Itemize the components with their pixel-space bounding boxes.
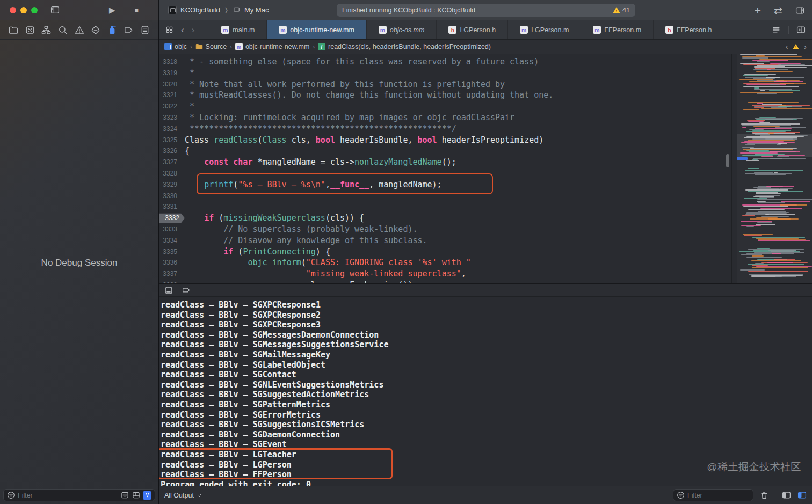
console-line: readClass — BBlv — SGXPCResponse1 [161,300,388,310]
line-number[interactable]: 3327 [159,157,185,168]
line-number[interactable]: 3318 [159,56,185,68]
tab-objc-runtime-new.mm[interactable]: mobjc-runtime-new.mm [266,20,366,39]
toggle-navigator-icon[interactable] [50,5,60,14]
line-number[interactable]: 3338 [159,280,185,283]
filter-option-icon-2[interactable] [132,491,140,500]
tab-FFPerson.h[interactable]: hFFPerson.h [653,20,723,39]
line-number[interactable]: 3324 [159,123,185,135]
line-number[interactable]: 3321 [159,90,185,101]
line-number[interactable]: 3325 [159,135,185,146]
tab-LGPerson.h[interactable]: hLGPerson.h [436,20,508,39]
watermark: @稀土掘金技术社区 [707,460,801,474]
minimap[interactable] [737,54,812,283]
debug-navigator-icon[interactable] [106,24,118,36]
minimize-window-button[interactable] [20,7,27,13]
line-number[interactable]: 3326 [159,145,185,157]
line-number[interactable]: 3329 [159,179,185,191]
activity-status[interactable]: Finished running KCObjcBuild : KCObjcBui… [337,4,635,17]
filter-option-icon-1[interactable] [120,491,129,500]
tab-LGPerson.m[interactable]: mLGPerson.m [508,20,581,39]
breadcrumb-label: objc-runtime-new.mm [245,43,309,50]
issue-warning-icon[interactable]: ! [793,44,799,49]
file-icon-m: m [279,26,287,34]
source-control-navigator-icon[interactable] [24,24,36,36]
show-variables-view-icon[interactable] [782,491,791,500]
debug-area-bar [159,283,812,297]
code-text: * Locking: runtimeLock acquired by map_i… [185,112,731,123]
code-text: * mustReadClasses(). Do not change this … [185,90,731,101]
line-number[interactable]: 3337 [159,268,185,280]
line-number[interactable]: 3322 [159,101,185,112]
console-line: readClass — BBlv — SGXPCResponse3 [161,320,388,330]
filter-icon [7,491,15,499]
line-number[interactable]: 3328 [159,168,185,179]
tests-navigator-icon[interactable] [90,24,102,36]
run-button[interactable]: ▶ [109,6,115,14]
forward-icon[interactable]: › [192,25,195,34]
breadcrumb-item-Source[interactable]: Source [195,43,227,50]
editor-options-icon[interactable] [772,25,781,34]
code-line-3318: 3318 * - something else (space for this … [159,56,731,68]
tab-label: objc-runtime-new.mm [290,26,354,34]
code-text: ****************************************… [185,123,731,135]
project-icon [164,43,172,50]
console-line: readClass — BBlv — SGNLEventSuggestionsM… [161,380,388,390]
tab-objc-os.mm[interactable]: mobjc-os.mm [366,20,437,39]
line-number[interactable]: 3323 [159,112,185,123]
clear-console-icon[interactable] [760,491,769,500]
code-line-3329: 3329 printf("%s — BBlv — %s\n",__func__,… [159,179,731,191]
tab-FFPerson.m[interactable]: mFFPerson.m [581,20,653,39]
swap-editors-icon[interactable]: ⇄ [774,5,782,16]
code-line-3321: 3321 * mustReadClasses(). Do not change … [159,90,731,101]
source-editor[interactable]: 3318 * - something else (space for this … [159,54,812,283]
stop-button[interactable]: ■ [135,7,139,13]
console-filter-input[interactable]: Filter [673,489,753,501]
next-issue-icon[interactable]: › [804,42,807,51]
editor-scrollbar[interactable] [726,154,729,167]
related-items-icon[interactable] [165,26,173,34]
console-tag-icon[interactable] [182,286,191,295]
line-number[interactable]: 3333 [159,224,185,235]
warning-count-badge[interactable]: ! 41 [613,6,630,14]
filter-option-icon-3[interactable] [143,491,151,500]
line-number[interactable]: 3319 [159,68,185,79]
symbols-navigator-icon[interactable] [40,24,52,36]
close-window-button[interactable] [10,7,16,13]
line-number[interactable]: 3336 [159,257,185,268]
code-text [185,168,731,179]
tab-label: main.m [233,26,255,34]
previous-issue-icon[interactable]: ‹ [786,42,788,51]
inspector-toggle-icon[interactable] [795,6,804,15]
project-navigator-icon[interactable] [8,24,19,36]
tab-main.m[interactable]: mmain.m [209,20,266,39]
console-scope-select[interactable]: All Output [164,492,203,499]
back-icon[interactable]: ‹ [181,25,184,34]
split-editor-icon[interactable] [796,25,806,34]
breadcrumb-item-objc-runtime-new.mm[interactable]: mobjc-runtime-new.mm [235,43,309,50]
find-navigator-icon[interactable] [57,24,69,36]
line-number[interactable]: 3335 [159,246,185,258]
reports-navigator-icon[interactable] [139,24,151,36]
code-text: // No superclass (probably weak-linked). [185,224,731,235]
code-text: * Note that all work performed by this f… [185,79,731,90]
line-number[interactable]: 3334 [159,235,185,246]
file-icon-h: h [665,26,673,34]
scheme-selector[interactable]: KCObjcBuild ❭ My Mac [168,6,269,14]
console-output[interactable]: readClass — BBlv — SGXPCResponse1readCla… [159,297,812,486]
line-number[interactable]: 3320 [159,79,185,90]
breakpoint-marker[interactable]: 3332 [159,213,185,224]
breadcrumb-item-objc[interactable]: objc [164,43,187,50]
issues-navigator-icon[interactable] [74,24,85,36]
show-console-view-icon[interactable] [798,491,807,500]
toggle-console-icon[interactable] [164,286,173,295]
zoom-window-button[interactable] [31,7,38,13]
tab-bar-leading: ‹ › [159,20,209,39]
code-line-3324: 3324 ***********************************… [159,123,731,135]
line-number[interactable]: 3331 [159,201,185,213]
breakpoints-navigator-icon[interactable] [122,24,134,36]
navigator-filter-input[interactable]: Filter [3,489,155,501]
add-editor-icon[interactable]: + [755,5,761,16]
line-number[interactable]: 3330 [159,191,185,202]
breadcrumb-item-readClass[interactable]: freadClass(cls, headerIsBundle, headerIs… [318,43,491,50]
scheme-app-icon [168,6,177,14]
